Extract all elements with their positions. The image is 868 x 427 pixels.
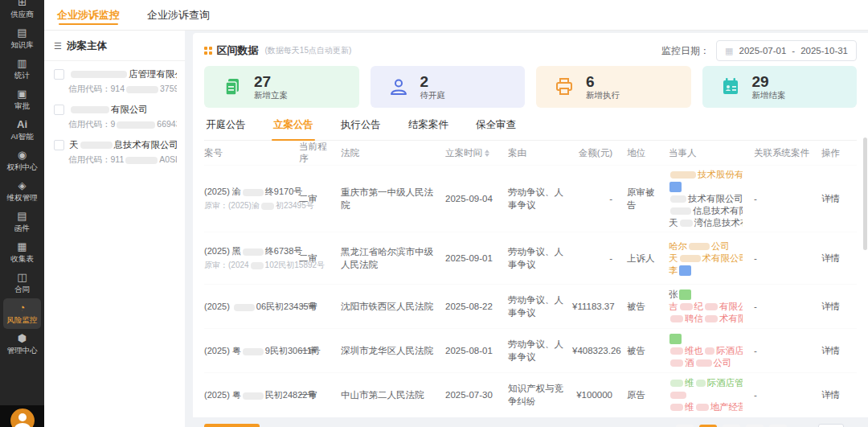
sidebar-item-rights-protection[interactable]: ◈ 维权管理 — [3, 176, 41, 207]
party-name-fragment: 信息技术有限公 — [693, 206, 743, 216]
detail-link[interactable]: 详情 — [821, 194, 840, 203]
party-name-fragment: 吉 — [669, 302, 678, 311]
col-procedure: 当前程序 — [299, 141, 341, 165]
collection-form-icon: ▦ — [17, 241, 27, 253]
sidebar-item-label: 统计 — [14, 72, 30, 80]
tab-preservation-review[interactable]: 保全审查 — [474, 118, 518, 140]
sidebar-item-label: 权利中心 — [7, 163, 38, 171]
date-start[interactable]: 2025-07-01 — [739, 46, 787, 55]
related-cases: - — [749, 344, 821, 357]
date-range-picker[interactable]: ▦ 2025-07-01 - 2025-10-31 — [716, 40, 857, 61]
date-end[interactable]: 2025-10-31 — [800, 46, 848, 55]
sidebar-item-rights-center[interactable]: ◉ 权利中心 — [3, 146, 41, 176]
sidebar-item-collection-form[interactable]: ▦ 收集表 — [3, 237, 41, 268]
sidebar-item-ai[interactable]: Ai AI智能 — [3, 115, 41, 146]
stat-card-upcoming-hearings[interactable]: 2 待开庭 — [371, 66, 526, 108]
col-case-number: 案号 — [204, 147, 299, 159]
party-name-fragment: 湾信息技术有限公司 — [694, 218, 743, 228]
export-excel-button[interactable]: 导出Excel — [204, 424, 260, 427]
redacted-text — [680, 255, 701, 262]
case-number: (2025) 06民初23435号 — [204, 300, 293, 313]
tab-litigation-monitor[interactable]: 企业涉诉监控 — [57, 0, 120, 30]
party-line[interactable] — [669, 181, 743, 193]
table-row: (2025) 黑终6738号 原审：(2024102民初15892号 二审 黑龙… — [204, 232, 857, 285]
parties: 维也际酒店管理 酒公司 — [669, 333, 749, 369]
stat-card-new-enforcements[interactable]: 6 新增执行 — [536, 66, 691, 108]
sidebar-item-suppliers[interactable]: ⊞ 供应商 — [3, 0, 41, 23]
party-name-fragment: 天 — [669, 253, 678, 263]
stat-card-new-filings[interactable]: 27 新增立案 — [204, 66, 359, 108]
redacted-text — [670, 171, 696, 179]
sidebar-item-knowledge-base[interactable]: ▤ 知识库 — [3, 23, 41, 54]
redacted-text — [243, 248, 264, 256]
stat-label: 新增结案 — [752, 90, 786, 101]
list-icon: ☰ — [54, 41, 62, 51]
party-line[interactable]: 信息技术有限公 — [669, 205, 743, 217]
party-line[interactable]: 技术股份有限公 — [669, 169, 743, 181]
company-checkbox[interactable] — [54, 105, 64, 115]
party-line[interactable]: 维也际酒店管理 — [669, 345, 743, 357]
sidebar-item-contract[interactable]: ◫ 合同 — [3, 268, 41, 298]
table-header: 案号 当前程序 法院 立案时间 案由 金额(元) 地位 当事人 关联系统案件 操… — [204, 141, 857, 166]
party-name-fragment: 有限公司 — [719, 302, 743, 311]
party-line[interactable]: 吉纪有限公司 — [669, 301, 743, 313]
party-name-fragment: 际酒店管理 — [707, 378, 743, 388]
court: 中山市第二人民法院 — [341, 388, 445, 401]
party-name-fragment: 酒 — [685, 358, 694, 367]
tab-litigation-query[interactable]: 企业涉诉查询 — [147, 0, 210, 30]
detail-link[interactable]: 详情 — [821, 302, 840, 311]
case-number: (2025) 粤9民初30611号 — [204, 344, 293, 357]
stat-card-closed-cases[interactable]: 29 新增结案 — [702, 66, 858, 108]
procedure: 二审 — [299, 252, 341, 265]
detail-link[interactable]: 详情 — [821, 253, 840, 263]
company-checkbox[interactable] — [54, 69, 64, 80]
user-avatar[interactable] — [10, 409, 35, 427]
party-line[interactable]: 天湾信息技术有限公司 — [669, 217, 743, 229]
party-name-fragment: 李 — [669, 265, 678, 275]
party-line[interactable]: 聘信术有限公司 — [669, 313, 743, 325]
sidebar-item-approval[interactable]: ▣ 审批 — [3, 84, 41, 115]
approval-icon: ▣ — [17, 88, 27, 100]
party-line[interactable]: 张 — [669, 289, 743, 301]
redacted-text — [125, 157, 158, 164]
sidebar-item-label: AI智能 — [11, 133, 34, 141]
detail-link[interactable]: 详情 — [821, 390, 840, 400]
company-credit-code: 信用代码：911A0SLCHP1P — [68, 154, 177, 166]
table-row: (2025) 06民初23435号 一审 沈阳市铁西区人民法院 2025-08-… — [204, 285, 857, 329]
company-name: 天息技术有限公司 — [69, 139, 177, 151]
redacted-text — [705, 303, 718, 310]
party-line[interactable]: 酒公司 — [669, 357, 743, 369]
party-name-fragment: 聘信 — [685, 314, 703, 323]
sidebar-item-label: 知识库 — [10, 41, 34, 49]
company-name-fragment: 有限公司 — [111, 105, 148, 114]
section-grid-icon — [204, 47, 212, 55]
party-line[interactable] — [669, 333, 743, 345]
tab-filing-announcements[interactable]: 立案公告 — [272, 118, 315, 140]
company-item: 有限公司 信用代码：96694375629 — [44, 96, 185, 130]
party-line[interactable] — [669, 389, 743, 401]
sidebar-item-admin-center[interactable]: ⬢ 管理中心 — [3, 329, 41, 359]
sidebar-item-statistics[interactable]: ▥ 统计 — [3, 54, 41, 84]
goto-page-input[interactable] — [818, 424, 844, 427]
tab-hearing-announcements[interactable]: 开庭公告 — [204, 118, 248, 140]
sidebar-item-letters[interactable]: ▤ 函件 — [3, 207, 41, 237]
party-line[interactable]: 维际酒店管理 — [669, 377, 743, 389]
sort-icon[interactable] — [485, 150, 489, 157]
party-line[interactable]: 技术有限公司 — [669, 193, 743, 205]
party-line[interactable]: 天术有限公司 — [669, 253, 743, 265]
detail-link[interactable]: 详情 — [821, 346, 840, 355]
company-checkbox[interactable] — [54, 140, 64, 150]
sidebar-item-label: 管理中心 — [7, 347, 38, 355]
party-line[interactable]: 维地产经营管 — [669, 401, 743, 413]
sidebar-item-risk-monitoring[interactable]: ◔ 风险监控 — [3, 298, 41, 329]
tab-enforcement-announcements[interactable]: 执行公告 — [339, 118, 383, 140]
party-line[interactable]: 李 — [669, 265, 743, 277]
party-name-fragment: 术有限公司 — [719, 314, 743, 323]
party-name-fragment: 公司 — [714, 358, 732, 367]
party-line[interactable]: 哈尔公司 — [669, 240, 743, 253]
top-tab-bar: 企业涉诉监控 企业涉诉查询 — [44, 0, 868, 31]
scrollbar-thumb[interactable] — [863, 138, 867, 250]
tab-closed-cases[interactable]: 结案案件 — [407, 118, 450, 140]
date-separator: - — [792, 46, 795, 55]
subjects-panel-title: 涉案主体 — [67, 39, 107, 53]
